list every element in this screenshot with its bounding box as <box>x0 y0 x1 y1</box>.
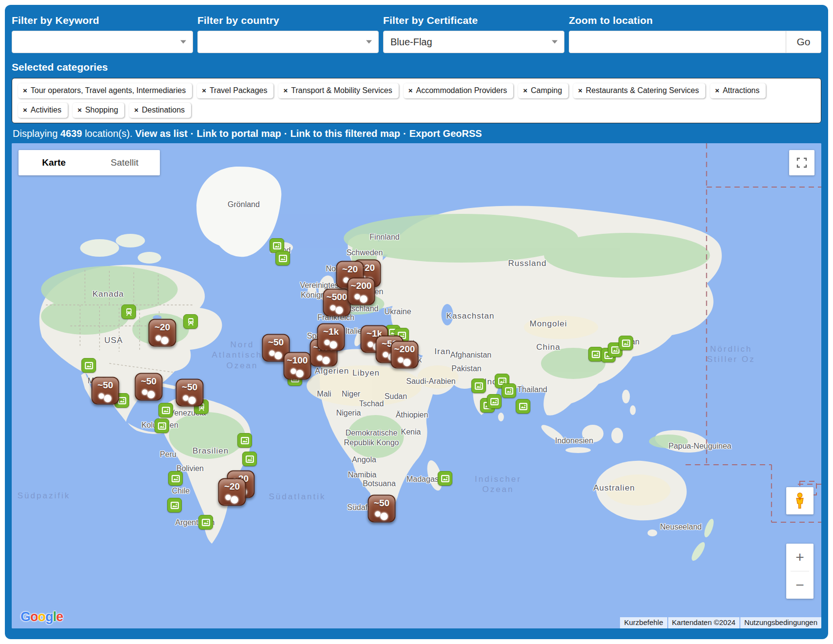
photo-marker[interactable] <box>275 251 290 265</box>
remove-tag-icon[interactable]: × <box>578 86 582 95</box>
cluster-marker[interactable]: ~50 <box>92 377 119 405</box>
link-separator: · <box>403 128 407 139</box>
remove-tag-icon[interactable]: × <box>77 106 82 114</box>
status-line: Displaying 4639 location(s). View as lis… <box>13 128 820 139</box>
google-logo[interactable]: Google <box>20 609 63 625</box>
photo-marker[interactable] <box>237 433 252 448</box>
cluster-count: ~500 <box>324 292 350 303</box>
cluster-dots-icon <box>383 352 388 358</box>
photo-marker[interactable] <box>619 336 633 350</box>
remove-tag-icon[interactable]: × <box>23 106 27 114</box>
remove-tag-icon[interactable]: × <box>408 86 413 95</box>
category-tag[interactable]: ×Travel Packages <box>197 83 273 98</box>
fullscreen-icon <box>796 157 808 169</box>
cluster-dots-icon <box>381 513 388 520</box>
cluster-dots-icon <box>330 305 336 311</box>
filter-keyword-label: Filter by Keyword <box>12 15 193 26</box>
zoom-to-location-input[interactable] <box>569 31 786 53</box>
cluster-dots-icon <box>148 391 155 398</box>
category-tag[interactable]: ×Transport & Mobility Services <box>278 83 398 98</box>
displaying-text: Displaying <box>13 128 58 139</box>
pegman-icon <box>792 492 808 510</box>
selected-categories-heading: Selected categories <box>12 61 821 73</box>
photo-marker[interactable] <box>471 379 486 393</box>
photo-marker[interactable] <box>516 399 530 414</box>
zoom-out-button[interactable]: − <box>786 571 814 599</box>
chevron-down-icon <box>552 40 558 44</box>
cluster-marker[interactable]: ~20 <box>149 319 176 347</box>
remove-tag-icon[interactable]: × <box>134 106 138 114</box>
go-button[interactable]: Go <box>786 31 821 53</box>
cluster-dots-icon <box>368 342 373 347</box>
photo-marker[interactable] <box>502 383 516 398</box>
fullscreen-button[interactable] <box>789 150 814 175</box>
certificate-select[interactable]: Blue-Flag <box>383 31 564 53</box>
link-separator: · <box>284 128 288 139</box>
cluster-marker[interactable]: ~20 <box>218 478 246 506</box>
cluster-count: ~100 <box>285 355 310 366</box>
category-tag[interactable]: ×Accommodation Providers <box>404 83 514 98</box>
cluster-count: ~20 <box>337 264 363 275</box>
cluster-dots-icon <box>325 340 330 345</box>
category-tag[interactable]: ×Attractions <box>710 83 766 98</box>
cluster-marker[interactable]: ~500 <box>323 289 351 317</box>
chevron-down-icon <box>180 40 186 44</box>
zoom-to-location-label: Zoom to location <box>569 15 821 26</box>
remove-tag-icon[interactable]: × <box>23 86 27 95</box>
zoom-in-button[interactable]: + <box>786 544 814 571</box>
category-tag[interactable]: ×Destinations <box>129 103 191 118</box>
transit-marker[interactable] <box>183 314 198 329</box>
photo-marker[interactable] <box>242 452 257 466</box>
remove-tag-icon[interactable]: × <box>715 86 719 95</box>
cluster-dots-icon <box>398 358 404 363</box>
attribution-link[interactable]: Kurzbefehle <box>620 617 667 628</box>
attribution-link[interactable]: Nutzungsbedingungen <box>740 617 821 628</box>
remove-tag-icon[interactable]: × <box>202 86 206 95</box>
world-map[interactable]: GrönlandIslandKanadaUSAMexikoFinnlandSch… <box>12 143 821 628</box>
map-type-karte-button[interactable]: Karte <box>19 150 89 175</box>
cluster-dots-icon <box>275 352 282 360</box>
attribution-link[interactable]: Kartendaten ©2024 <box>668 617 739 628</box>
country-select[interactable] <box>197 31 379 53</box>
cluster-count: ~50 <box>136 376 162 387</box>
cluster-dots-icon <box>156 336 161 341</box>
cluster-marker[interactable]: ~200 <box>348 278 375 305</box>
pegman-button[interactable] <box>786 487 814 514</box>
category-tag[interactable]: ×Tour operators, Travel agents, Intermed… <box>18 83 192 98</box>
cluster-marker[interactable]: ~200 <box>391 341 419 369</box>
cluster-marker[interactable]: ~1k <box>317 323 345 351</box>
status-link[interactable]: Export GeoRSS <box>409 128 482 139</box>
remove-tag-icon[interactable]: × <box>283 86 288 95</box>
photo-marker[interactable] <box>155 418 169 433</box>
remove-tag-icon[interactable]: × <box>523 86 527 95</box>
map-attribution: KurzbefehleKartendaten ©2024Nutzungsbedi… <box>620 617 821 628</box>
cluster-dots-icon <box>189 397 196 404</box>
cluster-dots-icon <box>317 356 323 361</box>
filter-country-label: Filter by country <box>197 15 379 26</box>
cluster-marker[interactable]: ~50 <box>176 379 204 407</box>
transit-marker[interactable] <box>121 304 136 319</box>
cluster-marker[interactable]: ~50 <box>135 373 163 401</box>
cluster-marker[interactable]: ~100 <box>284 352 311 380</box>
photo-marker[interactable] <box>81 358 96 373</box>
photo-marker[interactable] <box>438 471 452 486</box>
keyword-select[interactable] <box>12 31 193 53</box>
category-tag[interactable]: ×Restaurants & Catering Services <box>573 83 705 98</box>
category-tag[interactable]: ×Camping <box>518 83 568 98</box>
cluster-count: ~20 <box>150 322 175 333</box>
category-tag[interactable]: ×Shopping <box>73 103 124 118</box>
status-link[interactable]: Link to portal map <box>196 128 281 139</box>
status-link[interactable]: Link to this filtered map <box>290 128 400 139</box>
category-tag[interactable]: ×Activities <box>18 103 68 118</box>
photo-marker[interactable] <box>168 471 183 486</box>
status-link[interactable]: View as list <box>135 128 187 139</box>
cluster-dots-icon <box>404 359 411 366</box>
photo-marker[interactable] <box>198 515 213 530</box>
cluster-dots-icon <box>270 351 275 356</box>
photo-marker[interactable] <box>167 498 182 512</box>
photo-marker[interactable] <box>158 403 173 417</box>
cluster-count: ~50 <box>369 498 395 509</box>
cluster-marker[interactable]: ~50 <box>368 495 396 523</box>
photo-marker[interactable] <box>487 394 502 409</box>
map-type-satellit-button[interactable]: Satellit <box>89 150 160 175</box>
